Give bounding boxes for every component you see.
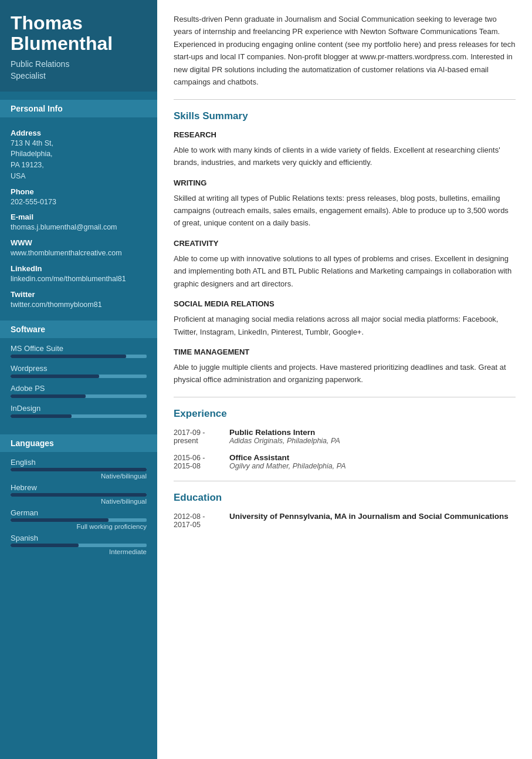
software-header: Software xyxy=(0,321,157,338)
software-bar-fill xyxy=(11,375,99,378)
language-bar-fill xyxy=(11,493,147,497)
exp-date: 2015-06 -2015-08 xyxy=(174,453,229,470)
education-row: 2012-08 -2017-05 University of Pennsylva… xyxy=(174,512,516,529)
language-level: Native/bilingual xyxy=(11,473,147,480)
language-level: Native/bilingual xyxy=(11,498,147,505)
edu-content: University of Pennsylvania, MA in Journa… xyxy=(229,512,509,529)
linkedin-value: linkedin.com/me/thomblumenthal81 xyxy=(11,274,147,285)
skill-block: SOCIAL MEDIA RELATIONS Proficient at man… xyxy=(174,299,516,338)
edu-degree: University of Pennsylvania, MA in Journa… xyxy=(229,512,509,521)
phone-label: Phone xyxy=(11,187,147,196)
address-value: 713 N 4th St,Philadelphia,PA 19123,USA xyxy=(11,138,147,182)
skill-block-text: Skilled at writing all types of Public R… xyxy=(174,192,516,230)
intro-paragraph: Results-driven Penn graduate in Journali… xyxy=(174,13,516,100)
language-name: Hebrew xyxy=(11,483,147,492)
skill-block-text: Able to work with many kinds of clients … xyxy=(174,144,516,169)
software-item: MS Office Suite xyxy=(11,344,147,358)
language-bar-bg xyxy=(11,544,147,547)
software-bar-bg xyxy=(11,355,147,358)
skills-blocks: RESEARCH Able to work with many kinds of… xyxy=(174,130,516,386)
exp-content: Public Relations Intern Adidas Originals… xyxy=(229,428,340,445)
skill-block: TIME MANAGEMENT Able to juggle multiple … xyxy=(174,348,516,386)
personal-info-section: Address 713 N 4th St,Philadelphia,PA 191… xyxy=(0,117,157,313)
software-bar-bg xyxy=(11,414,147,418)
exp-org: Adidas Originals, Philadelphia, PA xyxy=(229,437,340,445)
skill-block: WRITING Skilled at writing all types of … xyxy=(174,178,516,230)
language-bar-bg xyxy=(11,493,147,497)
language-name: English xyxy=(11,458,147,467)
twitter-label: Twitter xyxy=(11,290,147,299)
skill-block: RESEARCH Able to work with many kinds of… xyxy=(174,130,516,169)
language-level: Full working proficiency xyxy=(11,523,147,530)
skill-block-text: Able to come up with innovative solution… xyxy=(174,252,516,290)
languages-header: Languages xyxy=(0,434,157,452)
linkedin-label: LinkedIn xyxy=(11,264,147,273)
skill-block: CREATIVITY Able to come up with innovati… xyxy=(174,239,516,290)
languages-section: English Native/bilingual Hebrew Native/b… xyxy=(0,452,157,561)
language-item: German Full working proficiency xyxy=(11,508,147,530)
language-item: Spanish Intermediate xyxy=(11,534,147,555)
exp-content: Office Assistant Ogilvy and Mather, Phil… xyxy=(229,453,346,470)
language-name: German xyxy=(11,508,147,517)
sidebar: Thomas Blumenthal Public RelationsSpecia… xyxy=(0,0,157,759)
skill-block-text: Able to juggle multiple clients and proj… xyxy=(174,361,516,386)
www-label: WWW xyxy=(11,238,147,247)
language-bar-fill xyxy=(11,468,147,471)
personal-info-header: Personal Info xyxy=(0,100,157,117)
software-name: MS Office Suite xyxy=(11,344,147,353)
exp-job-title: Office Assistant xyxy=(229,453,346,462)
email-value: thomas.j.blumenthal@gmail.com xyxy=(11,222,147,233)
experience-section: 2017-09 -present Public Relations Intern… xyxy=(174,428,516,470)
language-level: Intermediate xyxy=(11,548,147,555)
www-value: www.thomblumenthalcreative.com xyxy=(11,248,147,259)
software-section: MS Office Suite Wordpress Adobe PS InDes… xyxy=(0,338,157,426)
language-bar-fill xyxy=(11,544,79,547)
candidate-name: Thomas Blumenthal xyxy=(11,13,147,54)
software-name: Wordpress xyxy=(11,364,147,373)
software-item: Adobe PS xyxy=(11,384,147,398)
candidate-subtitle: Public RelationsSpecialist xyxy=(11,59,147,82)
software-bar-fill xyxy=(11,394,86,398)
experience-title: Experience xyxy=(174,408,516,420)
email-label: E-mail xyxy=(11,212,147,221)
exp-job-title: Public Relations Intern xyxy=(229,428,340,437)
exp-org: Ogilvy and Mather, Philadelphia, PA xyxy=(229,462,346,470)
skill-block-title: RESEARCH xyxy=(174,130,516,139)
skill-block-title: TIME MANAGEMENT xyxy=(174,348,516,356)
skill-block-title: CREATIVITY xyxy=(174,239,516,248)
education-title: Education xyxy=(174,492,516,504)
language-bar-bg xyxy=(11,468,147,471)
software-name: InDesign xyxy=(11,404,147,413)
twitter-value: twitter.com/thommybloom81 xyxy=(11,299,147,311)
phone-value: 202-555-0173 xyxy=(11,197,147,208)
software-item: InDesign xyxy=(11,404,147,418)
language-item: Hebrew Native/bilingual xyxy=(11,483,147,505)
exp-date: 2017-09 -present xyxy=(174,428,229,445)
experience-row: 2017-09 -present Public Relations Intern… xyxy=(174,428,516,445)
language-bar-fill xyxy=(11,518,109,522)
skill-block-text: Proficient at managing social media rela… xyxy=(174,313,516,338)
experience-row: 2015-06 -2015-08 Office Assistant Ogilvy… xyxy=(174,453,516,470)
skill-block-title: SOCIAL MEDIA RELATIONS xyxy=(174,299,516,308)
software-bar-bg xyxy=(11,394,147,398)
software-item: Wordpress xyxy=(11,364,147,378)
software-bar-fill xyxy=(11,414,72,418)
software-bar-bg xyxy=(11,375,147,378)
language-item: English Native/bilingual xyxy=(11,458,147,480)
skill-block-title: WRITING xyxy=(174,178,516,187)
sidebar-header: Thomas Blumenthal Public RelationsSpecia… xyxy=(0,0,157,92)
language-name: Spanish xyxy=(11,534,147,542)
software-name: Adobe PS xyxy=(11,384,147,393)
edu-date: 2012-08 -2017-05 xyxy=(174,512,229,529)
language-bar-bg xyxy=(11,518,147,522)
skills-summary-title: Skills Summary xyxy=(174,110,516,122)
main-content: Results-driven Penn graduate in Journali… xyxy=(157,0,532,759)
software-bar-fill xyxy=(11,355,126,358)
education-section: 2012-08 -2017-05 University of Pennsylva… xyxy=(174,512,516,529)
address-label: Address xyxy=(11,129,147,137)
